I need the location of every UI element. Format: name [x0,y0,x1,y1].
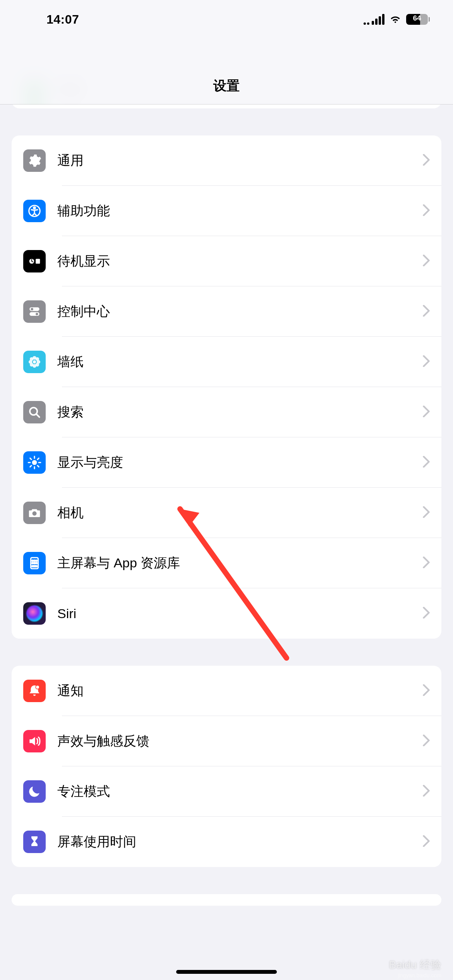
row-home-screen[interactable]: 主屏幕与 App 资源库 [12,538,441,588]
moon-icon [23,780,46,803]
svg-point-17 [30,363,34,367]
brightness-icon [23,451,46,474]
row-general[interactable]: 通用 [12,135,441,186]
notifications-icon [23,680,46,702]
row-label: 相机 [57,504,423,522]
chevron-right-icon [423,255,430,268]
settings-scroll[interactable]: 电池 通用 辅助功能 待机显示 控制中心 [0,0,453,980]
svg-point-18 [36,363,39,367]
gear-icon [23,149,46,172]
status-time: 14:07 [46,12,79,27]
battery-icon: 64 [406,14,430,25]
svg-point-28 [36,562,37,564]
svg-point-16 [36,357,39,361]
settings-group-1: 通用 辅助功能 待机显示 控制中心 墙纸 [12,135,441,639]
svg-point-9 [36,313,38,315]
row-label: 显示与亮度 [57,454,423,471]
row-label: 控制中心 [57,303,423,320]
chevron-right-icon [423,456,430,469]
row-label: 搜索 [57,403,423,421]
accessibility-icon [23,200,46,222]
chevron-right-icon [423,506,430,519]
svg-point-20 [32,460,37,465]
camera-icon [23,502,46,524]
svg-point-10 [33,360,36,363]
status-bar: 14:07 64 [0,0,453,39]
row-label: 专注模式 [57,783,423,800]
row-siri[interactable]: Siri [12,588,441,639]
row-wallpaper[interactable]: 墙纸 [12,337,441,387]
svg-point-24 [34,560,35,561]
standby-icon [23,250,46,272]
settings-group-2: 通知 声效与触感反馈 专注模式 屏幕使用时间 [12,666,441,867]
chevron-right-icon [423,735,430,748]
chevron-right-icon [423,557,430,570]
sound-icon [23,730,46,752]
row-label: 通用 [57,152,423,170]
svg-point-3 [34,207,36,209]
settings-group-3-partial [12,894,441,906]
chevron-right-icon [423,684,430,697]
row-camera[interactable]: 相机 [12,488,441,538]
row-label: 屏幕使用时间 [57,833,423,851]
row-notifications[interactable]: 通知 [12,666,441,716]
chevron-right-icon [423,305,430,318]
row-accessibility[interactable]: 辅助功能 [12,186,441,236]
row-label: 辅助功能 [57,202,423,220]
svg-point-25 [36,560,37,561]
watermark-sub: jingyan.baidu.com [398,972,441,978]
watermark: Baidu 经验 [389,958,441,972]
svg-rect-29 [32,565,37,567]
home-indicator[interactable] [176,970,277,974]
row-label: 通知 [57,682,423,700]
chevron-right-icon [423,204,430,218]
wifi-icon [389,12,402,26]
svg-point-21 [32,511,36,516]
svg-rect-5 [36,259,40,264]
chevron-right-icon [423,355,430,368]
status-indicators: 64 [364,12,430,26]
search-icon [23,401,46,423]
row-label: 待机显示 [57,252,423,270]
flower-icon [23,351,46,373]
row-search[interactable]: 搜索 [12,387,441,437]
svg-point-27 [34,562,35,564]
chevron-right-icon [423,154,430,167]
cellular-icon [364,14,384,25]
row-label: 主屏幕与 App 资源库 [57,554,423,572]
row-focus[interactable]: 专注模式 [12,766,441,817]
chevron-right-icon [423,406,430,419]
row-control-center[interactable]: 控制中心 [12,286,441,337]
row-label: 墙纸 [57,353,423,371]
svg-point-7 [31,308,33,310]
row-screen-time[interactable]: 屏幕使用时间 [12,817,441,867]
row-label: 声效与触感反馈 [57,732,423,750]
svg-point-23 [32,560,33,561]
hourglass-icon [23,831,46,853]
svg-point-15 [30,357,34,361]
siri-icon [23,602,46,625]
chevron-right-icon [423,835,430,848]
row-standby[interactable]: 待机显示 [12,236,441,286]
homescreen-icon [23,552,46,574]
row-label: Siri [57,606,423,621]
chevron-right-icon [423,607,430,620]
switch-icon [23,300,46,323]
row-display-brightness[interactable]: 显示与亮度 [12,437,441,488]
svg-point-26 [32,562,33,564]
row-sounds[interactable]: 声效与触感反馈 [12,716,441,766]
page-title: 设置 [213,77,240,95]
svg-point-30 [36,685,39,689]
chevron-right-icon [423,785,430,798]
